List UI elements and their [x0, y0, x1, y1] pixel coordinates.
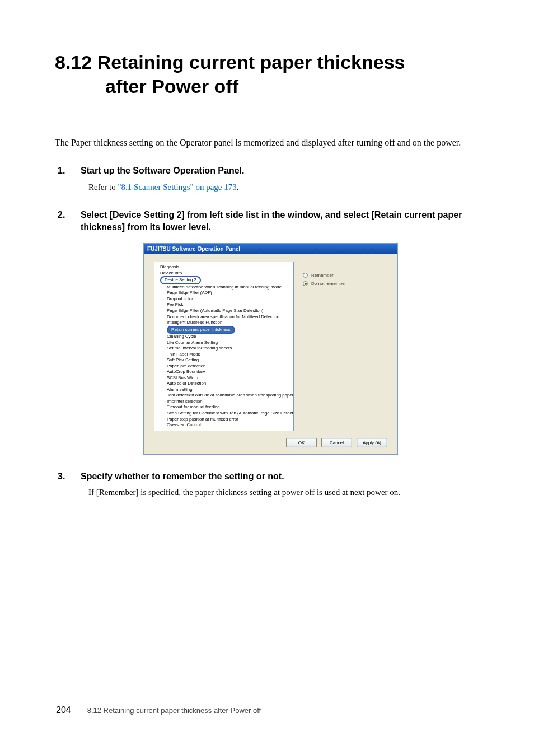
footer-separator	[79, 704, 79, 716]
intro-paragraph: The Paper thickness setting on the Opera…	[55, 137, 486, 149]
step-number: 2.	[55, 209, 81, 221]
tree-item[interactable]: Thin Paper Mode	[157, 352, 291, 358]
footer-text: 8.12 Retaining current paper thickness a…	[87, 706, 261, 715]
tree-item[interactable]: Cleaning Cycle	[157, 334, 291, 340]
section-number: 8.12	[55, 52, 92, 73]
page-footer: 204 8.12 Retaining current paper thickne…	[56, 704, 261, 716]
tree-item[interactable]: Jam detection outside of scannable area …	[157, 393, 291, 399]
dialog-titlebar: FUJITSU Software Operation Panel	[144, 244, 397, 254]
tree-item[interactable]: Document check area specification for Mu…	[157, 314, 291, 320]
options-pane: Remember Do not remember	[303, 262, 387, 431]
tree-item[interactable]: Diagnosis	[157, 264, 291, 270]
tree-item[interactable]: Auto color Detection	[157, 381, 291, 387]
tree-item[interactable]: Life Counter Alarm Setting	[157, 340, 291, 346]
tree-item[interactable]: Soft Pick Setting	[157, 357, 291, 363]
software-operation-panel-dialog: FUJITSU Software Operation Panel Diagnos…	[143, 243, 398, 454]
settings-tree[interactable]: Diagnosis Device Info Device Setting 2 M…	[154, 262, 294, 431]
radio-icon	[303, 281, 308, 286]
step-body: If [Remember] is specified, the paper th…	[88, 487, 486, 498]
step-3: 3. Specify whether to remember the setti…	[55, 470, 486, 499]
radio-label: Do not remember	[311, 281, 346, 286]
page-number: 204	[56, 705, 71, 715]
button-label-suffix: )	[380, 440, 381, 445]
tree-item[interactable]: Paper stop position at multifeed error	[157, 417, 291, 423]
tree-item[interactable]: Set the interval for feeding sheets	[157, 346, 291, 352]
tree-item[interactable]: Page Edge Filler (ADF)	[157, 290, 291, 296]
tree-item-device-setting-2[interactable]: Device Setting 2	[157, 276, 291, 284]
cross-ref-link[interactable]: "8.1 Scanner Settings" on page 173	[118, 183, 236, 192]
cancel-button[interactable]: Cancel	[321, 438, 352, 447]
tree-item[interactable]: Multifeed detection when scanning in man…	[157, 284, 291, 291]
apply-button[interactable]: Apply (A)	[357, 438, 387, 447]
step-2: 2. Select [Device Setting 2] from left s…	[55, 209, 486, 455]
tree-item[interactable]: AutoCrop Boundary	[157, 369, 291, 375]
step-1: 1. Start up the Software Operation Panel…	[55, 165, 486, 193]
step-label: Select [Device Setting 2] from left side…	[81, 209, 486, 233]
tree-item[interactable]: Pre-Pick	[157, 302, 291, 308]
step-number: 1.	[55, 165, 81, 177]
step-body-suffix: .	[237, 183, 239, 192]
tree-item[interactable]: Imprinter selection	[157, 399, 291, 405]
section-title-line2: after Power off	[55, 76, 238, 97]
section-heading: 8.12 Retaining current paper thickness a…	[55, 50, 486, 98]
tree-item[interactable]: Scan Setting for Document with Tab (Auto…	[157, 410, 291, 417]
tree-item[interactable]: Page Edge Filler (Automatic Page Size De…	[157, 308, 291, 314]
tree-pill: Device Setting 2	[160, 276, 201, 284]
dialog-title: FUJITSU Software Operation Panel	[147, 246, 240, 252]
section-title-line1: Retaining current paper thickness	[97, 52, 405, 73]
tree-item[interactable]: SCSI Bus Width	[157, 375, 291, 381]
tree-item[interactable]: Intelligent Multifeed Function	[157, 320, 291, 326]
tree-item[interactable]: Timeout for manual feeding	[157, 404, 291, 410]
tree-pill-selected: Retain current paper thickness	[167, 326, 235, 334]
ok-button[interactable]: OK	[286, 438, 317, 447]
button-label-prefix: Apply (	[363, 440, 377, 445]
step-label: Specify whether to remember the setting …	[81, 470, 486, 483]
radio-label: Remember	[311, 273, 334, 278]
horizontal-rule	[55, 114, 486, 114]
button-label: Cancel	[330, 440, 344, 445]
tree-item[interactable]: Paper jam detection	[157, 363, 291, 370]
button-label: OK	[298, 440, 305, 445]
tree-item[interactable]: Dropout color	[157, 296, 291, 302]
radio-icon	[303, 273, 308, 278]
step-number: 3.	[55, 470, 81, 483]
radio-remember[interactable]: Remember	[303, 273, 387, 278]
tree-item[interactable]: Overscan Control	[157, 422, 291, 428]
step-body-prefix: Refer to	[88, 183, 118, 192]
step-label: Start up the Software Operation Panel.	[81, 165, 486, 177]
tree-item[interactable]: Alarm setting	[157, 387, 291, 393]
tree-item[interactable]: Device Info	[157, 270, 291, 277]
tree-item-retain-current-paper-thickness[interactable]: Retain current paper thickness	[157, 326, 291, 334]
radio-do-not-remember[interactable]: Do not remember	[303, 281, 387, 286]
